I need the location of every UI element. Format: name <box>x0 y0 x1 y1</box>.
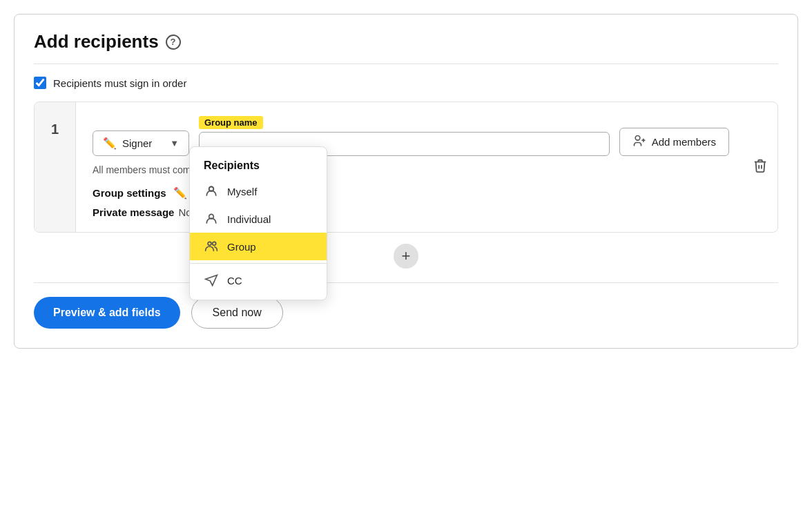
plus-icon: + <box>402 247 411 265</box>
footer-row: Preview & add fields Send now <box>34 297 778 329</box>
signer-label: Signer <box>122 137 164 149</box>
myself-label: Myself <box>227 186 257 197</box>
preview-add-fields-button[interactable]: Preview & add fields <box>34 297 180 329</box>
add-recipient-button[interactable]: + <box>394 244 418 269</box>
group-label: Group <box>227 241 256 253</box>
add-members-label: Add members <box>652 136 716 148</box>
card-content: ✏️ Signer ▼ Group name <box>76 102 743 232</box>
svg-point-8 <box>213 242 216 245</box>
edit-icon[interactable]: ✏️ <box>173 186 187 200</box>
add-recipient-row: + <box>34 244 778 269</box>
page-container: Add recipients ? Recipients must sign in… <box>14 14 798 349</box>
card-number: 1 <box>35 102 76 232</box>
signer-dropdown[interactable]: ✏️ Signer ▼ <box>93 130 189 156</box>
send-now-button[interactable]: Send now <box>191 297 283 329</box>
individual-icon <box>204 212 219 226</box>
dropdown-divider <box>190 263 327 264</box>
checkbox-row: Recipients must sign in order <box>34 77 778 89</box>
dropdown-item-group[interactable]: Group <box>190 233 327 260</box>
add-members-button[interactable]: Add members <box>619 128 729 156</box>
svg-point-0 <box>635 136 640 141</box>
add-members-icon <box>632 134 646 150</box>
cc-icon <box>204 273 219 287</box>
dropdown-item-myself[interactable]: Myself <box>190 177 327 205</box>
dropdown-title: Recipients <box>190 153 327 177</box>
group-settings-row: Group settings ✏️ <box>93 186 729 200</box>
cc-label: CC <box>227 275 242 287</box>
recipients-dropdown: Recipients Myself <box>189 146 327 300</box>
myself-icon <box>204 184 219 198</box>
group-settings-label: Group settings <box>93 187 166 199</box>
trash-icon <box>753 158 768 177</box>
recipient-card: 1 ✏️ Signer ▼ Group name <box>34 101 778 233</box>
svg-marker-9 <box>206 275 218 286</box>
group-name-label: Group name <box>199 116 263 129</box>
title-row: Add recipients ? <box>34 31 778 64</box>
card-top-row: ✏️ Signer ▼ Group name <box>93 116 729 156</box>
chevron-down-icon: ▼ <box>170 138 179 148</box>
checkbox-label: Recipients must sign in order <box>53 77 186 89</box>
help-icon[interactable]: ? <box>166 35 181 50</box>
svg-point-4 <box>210 188 212 190</box>
pen-icon: ✏️ <box>103 137 117 150</box>
svg-point-7 <box>208 242 211 245</box>
individual-label: Individual <box>227 213 271 225</box>
dropdown-item-individual[interactable]: Individual <box>190 205 327 233</box>
dropdown-item-cc[interactable]: CC <box>190 266 327 294</box>
group-icon <box>204 240 219 253</box>
all-members-text: All members must complete <box>93 164 729 175</box>
private-message-label: Private message <box>93 206 174 218</box>
sign-in-order-checkbox[interactable] <box>34 77 46 89</box>
page-title: Add recipients <box>34 31 159 52</box>
private-message-row: Private message None <box>93 206 729 218</box>
delete-button[interactable] <box>743 102 777 232</box>
footer-divider <box>34 282 778 283</box>
